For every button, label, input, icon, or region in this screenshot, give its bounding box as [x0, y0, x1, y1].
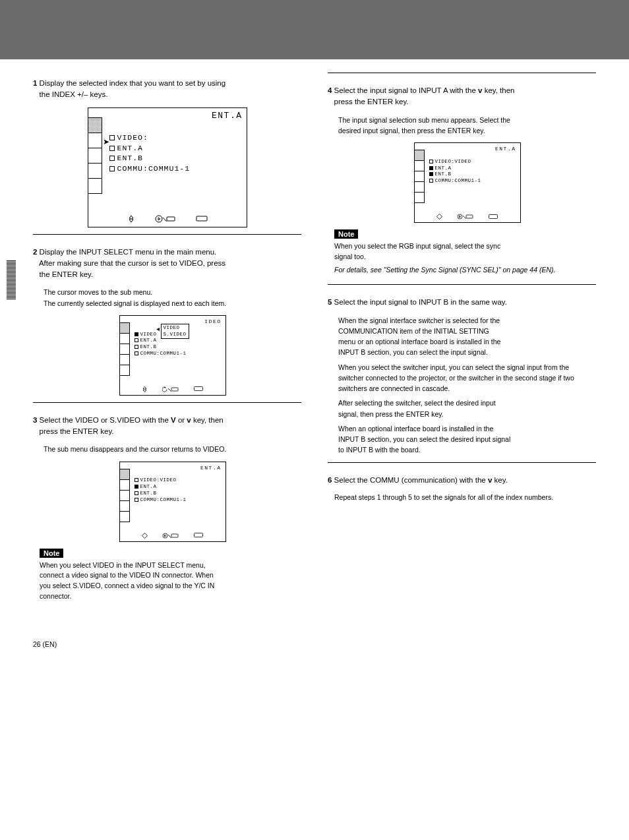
note-text: When you select VIDEO in the INPUT SELEC… — [40, 560, 301, 602]
menu-list: VIDEO:VIDEO ENT.A ENT.B COMMU:COMMU1-1 — [429, 152, 481, 185]
ui-screen-1: ENT.A VIDEO: ENT.A ENT.B COMMU:COMMU1-1 … — [88, 107, 247, 227]
divider — [328, 284, 596, 285]
note-label: Note — [40, 549, 63, 558]
left-column: 1 Display the selected index that you wa… — [33, 73, 301, 611]
tab — [88, 148, 102, 164]
step-3-body: The sub menu disappears and the cursor r… — [44, 444, 301, 454]
enter-icon — [155, 215, 176, 223]
screen-mode: ENT.A — [200, 465, 222, 471]
note-2: Note When you select the RGB input signa… — [334, 229, 596, 275]
page-number: 26 (EN) — [0, 638, 629, 660]
step-5-body: When the signal interface switcher is se… — [338, 315, 596, 358]
note-detail: For details, see "Setting the Sync Signa… — [334, 265, 596, 276]
button-icon — [489, 214, 498, 220]
submenu-arrow-icon: ◂ — [156, 325, 160, 332]
menu-list: VIDEO: ENT.A ENT.B COMMU:COMMU1-1 — [109, 123, 191, 174]
tab — [88, 178, 102, 194]
screen-mode: ENT.A — [495, 146, 516, 152]
nav-arrows-icon — [142, 533, 148, 539]
step-5-heading: 5 Select the input signal to INPUT B in … — [328, 297, 596, 308]
step-text: Display the selected index that you want… — [40, 79, 226, 87]
svg-point-8 — [458, 214, 462, 219]
divider — [33, 402, 301, 403]
submenu: VIDEOS.VIDEO — [161, 324, 189, 340]
enter-icon — [162, 533, 179, 539]
note-text: When you select the RGB input signal, se… — [334, 241, 596, 275]
step-4-body: The input signal selection sub menu appe… — [338, 115, 596, 136]
right-column: 4 Select the input signal to INPUT A wit… — [328, 73, 596, 611]
tab — [88, 163, 102, 179]
ui-screen-4: ENT.A VIDEO:VIDEO ENT.A ENT.B COMMU:COMM… — [414, 142, 521, 223]
button-icon — [194, 533, 203, 538]
tab — [88, 133, 102, 148]
svg-point-0 — [156, 216, 162, 222]
step-number: 3 — [33, 416, 37, 424]
divider — [33, 234, 301, 235]
note-label: Note — [334, 229, 358, 239]
svg-rect-6 — [171, 534, 178, 537]
step-text-line2: the INDEX +/– keys. — [40, 90, 108, 98]
return-icon — [162, 386, 179, 392]
header-banner — [0, 0, 629, 59]
svg-rect-7 — [195, 533, 203, 537]
para-switcher: When you select the switcher input, you … — [338, 362, 596, 394]
svg-rect-10 — [489, 214, 498, 218]
menu-list: VIDEO:VIDEO ENT.A ENT.B COMMU:COMMU1-1 — [135, 471, 187, 504]
note-1: Note When you select VIDEO in the INPUT … — [40, 549, 301, 602]
enter-icon — [457, 214, 474, 220]
svg-rect-9 — [466, 215, 473, 218]
step-2-heading: 2 Display the INPUT SELECT menu in the m… — [33, 247, 301, 281]
ui-screen-2: IDEO VIDEO ENT.A ENT.B COMMU:COMMU1-1 ◂ … — [119, 315, 226, 396]
svg-rect-3 — [171, 388, 178, 391]
step-number: 1 — [33, 79, 37, 87]
svg-rect-4 — [195, 387, 203, 391]
step-number: 2 — [33, 248, 37, 256]
screen-mode: ENT.A — [212, 111, 243, 121]
button-icon — [194, 386, 203, 392]
side-tabs — [88, 117, 102, 193]
step-6-heading: 6 Select the COMMU (communication) with … — [328, 475, 596, 486]
divider — [328, 73, 596, 73]
step-number: 6 — [328, 476, 332, 484]
screen-mode: IDEO — [204, 318, 221, 324]
ui-screen-3: ENT.A VIDEO:VIDEO ENT.A ENT.B COMMU:COMM… — [119, 462, 226, 542]
nav-arrows-icon — [436, 214, 442, 220]
svg-rect-1 — [167, 217, 175, 221]
step-number: 4 — [328, 86, 332, 94]
repeat-instruction: Repeat steps 1 through 5 to set the sign… — [334, 493, 596, 503]
page-content: 1 Display the selected index that you wa… — [0, 59, 629, 638]
nav-updown-icon — [127, 215, 135, 223]
button-icon — [196, 216, 208, 222]
step-text: Display the INPUT SELECT menu in the mai… — [40, 248, 217, 256]
divider — [328, 462, 596, 463]
footer-icons — [88, 215, 247, 223]
step-4-heading: 4 Select the input signal to INPUT A wit… — [328, 85, 596, 108]
tab-active — [88, 117, 102, 133]
cursor-arrow-icon: ➤ — [103, 137, 109, 146]
svg-rect-2 — [196, 216, 207, 221]
step-number: 5 — [328, 298, 332, 306]
nav-updown-icon — [142, 386, 148, 392]
svg-point-5 — [163, 533, 167, 538]
step-3-heading: 3 Select the VIDEO or S.VIDEO with the V… — [33, 415, 301, 438]
step-1-heading: 1 Display the selected index that you wa… — [33, 78, 301, 101]
para-interface-board: When an optional interface board is inst… — [338, 423, 596, 456]
side-margin-marker — [7, 260, 16, 300]
step-2-body: The cursor moves to the sub menu. The cu… — [44, 287, 301, 309]
para-after-switcher: After selecting the switcher, select the… — [338, 398, 596, 419]
